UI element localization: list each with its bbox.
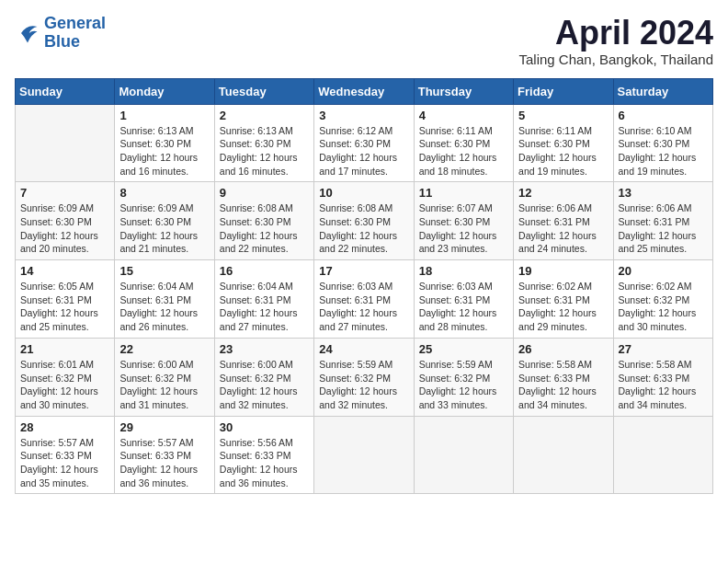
day-info: Sunrise: 5:57 AM Sunset: 6:33 PM Dayligh… (119, 436, 209, 490)
day-number: 3 (319, 109, 408, 122)
calendar-day-cell: 10Sunrise: 6:08 AM Sunset: 6:30 PM Dayli… (314, 182, 414, 260)
calendar-day-cell: 21Sunrise: 6:01 AM Sunset: 6:32 PM Dayli… (16, 338, 115, 416)
day-number: 27 (619, 342, 708, 356)
weekday-header-cell: Saturday (613, 78, 712, 104)
calendar-day-cell: 7Sunrise: 6:09 AM Sunset: 6:30 PM Daylig… (16, 182, 115, 260)
logo: GeneralBlue (15, 15, 106, 52)
calendar-day-cell: 9Sunrise: 6:08 AM Sunset: 6:30 PM Daylig… (214, 182, 313, 260)
day-info: Sunrise: 5:56 AM Sunset: 6:33 PM Dayligh… (220, 436, 309, 490)
calendar-day-cell: 1Sunrise: 6:13 AM Sunset: 6:30 PM Daylig… (115, 104, 214, 182)
day-info: Sunrise: 5:59 AM Sunset: 6:32 PM Dayligh… (319, 358, 408, 412)
calendar-week-row: 21Sunrise: 6:01 AM Sunset: 6:32 PM Dayli… (16, 338, 713, 416)
month-title: April 2024 (518, 15, 713, 52)
calendar-day-cell: 5Sunrise: 6:11 AM Sunset: 6:30 PM Daylig… (514, 104, 613, 182)
calendar-day-cell: 8Sunrise: 6:09 AM Sunset: 6:30 PM Daylig… (115, 182, 214, 260)
logo-icon (15, 20, 40, 46)
day-info: Sunrise: 6:04 AM Sunset: 6:31 PM Dayligh… (119, 280, 209, 334)
day-info: Sunrise: 6:11 AM Sunset: 6:30 PM Dayligh… (518, 124, 608, 178)
day-number: 16 (220, 264, 309, 278)
calendar-day-cell (613, 416, 712, 494)
day-number: 20 (619, 264, 708, 278)
day-info: Sunrise: 6:11 AM Sunset: 6:30 PM Dayligh… (419, 124, 508, 178)
calendar-week-row: 7Sunrise: 6:09 AM Sunset: 6:30 PM Daylig… (16, 182, 713, 260)
day-number: 29 (119, 420, 209, 434)
calendar-day-cell: 17Sunrise: 6:03 AM Sunset: 6:31 PM Dayli… (314, 260, 414, 339)
calendar-day-cell: 18Sunrise: 6:03 AM Sunset: 6:31 PM Dayli… (414, 260, 513, 339)
day-info: Sunrise: 5:58 AM Sunset: 6:33 PM Dayligh… (518, 358, 608, 412)
calendar-day-cell: 3Sunrise: 6:12 AM Sunset: 6:30 PM Daylig… (314, 104, 414, 182)
location: Taling Chan, Bangkok, Thailand (518, 52, 713, 67)
day-info: Sunrise: 6:06 AM Sunset: 6:31 PM Dayligh… (518, 201, 608, 256)
day-number: 18 (419, 264, 508, 278)
day-number: 26 (518, 342, 608, 356)
day-number: 13 (619, 186, 708, 200)
calendar-day-cell: 28Sunrise: 5:57 AM Sunset: 6:33 PM Dayli… (16, 416, 115, 494)
title-block: April 2024 Taling Chan, Bangkok, Thailan… (518, 15, 713, 67)
day-number: 6 (619, 109, 708, 122)
day-number: 12 (518, 186, 608, 200)
day-number: 21 (20, 342, 109, 356)
day-info: Sunrise: 6:00 AM Sunset: 6:32 PM Dayligh… (119, 358, 209, 412)
calendar-day-cell: 25Sunrise: 5:59 AM Sunset: 6:32 PM Dayli… (414, 338, 513, 416)
calendar-body: 1Sunrise: 6:13 AM Sunset: 6:30 PM Daylig… (16, 104, 713, 494)
day-info: Sunrise: 5:58 AM Sunset: 6:33 PM Dayligh… (619, 358, 708, 412)
calendar-day-cell: 24Sunrise: 5:59 AM Sunset: 6:32 PM Dayli… (314, 338, 414, 416)
day-number: 15 (119, 264, 209, 278)
day-info: Sunrise: 6:01 AM Sunset: 6:32 PM Dayligh… (20, 358, 109, 412)
day-number: 2 (220, 109, 309, 122)
calendar-day-cell: 30Sunrise: 5:56 AM Sunset: 6:33 PM Dayli… (214, 416, 313, 494)
day-info: Sunrise: 6:10 AM Sunset: 6:30 PM Dayligh… (619, 124, 708, 178)
calendar-day-cell (16, 104, 115, 182)
day-number: 25 (419, 342, 508, 356)
calendar-day-cell: 20Sunrise: 6:02 AM Sunset: 6:32 PM Dayli… (613, 260, 712, 339)
logo-text: GeneralBlue (44, 15, 106, 52)
weekday-header-cell: Tuesday (214, 78, 313, 104)
day-number: 23 (220, 342, 309, 356)
day-info: Sunrise: 6:09 AM Sunset: 6:30 PM Dayligh… (119, 201, 209, 256)
day-info: Sunrise: 6:04 AM Sunset: 6:31 PM Dayligh… (220, 280, 309, 334)
day-info: Sunrise: 5:57 AM Sunset: 6:33 PM Dayligh… (20, 436, 109, 490)
calendar-week-row: 14Sunrise: 6:05 AM Sunset: 6:31 PM Dayli… (16, 260, 713, 339)
calendar-week-row: 28Sunrise: 5:57 AM Sunset: 6:33 PM Dayli… (16, 416, 713, 494)
day-info: Sunrise: 6:03 AM Sunset: 6:31 PM Dayligh… (419, 280, 508, 334)
calendar-day-cell (414, 416, 513, 494)
weekday-header-cell: Thursday (414, 78, 513, 104)
day-number: 17 (319, 264, 408, 278)
calendar-day-cell: 23Sunrise: 6:00 AM Sunset: 6:32 PM Dayli… (214, 338, 313, 416)
calendar-day-cell: 15Sunrise: 6:04 AM Sunset: 6:31 PM Dayli… (115, 260, 214, 339)
calendar-day-cell (314, 416, 414, 494)
day-number: 14 (20, 264, 109, 278)
day-number: 30 (220, 420, 309, 434)
day-number: 7 (20, 186, 109, 200)
day-number: 11 (419, 186, 508, 200)
day-info: Sunrise: 6:03 AM Sunset: 6:31 PM Dayligh… (319, 280, 408, 334)
day-info: Sunrise: 6:07 AM Sunset: 6:30 PM Dayligh… (419, 201, 508, 256)
day-info: Sunrise: 6:08 AM Sunset: 6:30 PM Dayligh… (220, 201, 309, 256)
calendar-day-cell: 29Sunrise: 5:57 AM Sunset: 6:33 PM Dayli… (115, 416, 214, 494)
day-number: 24 (319, 342, 408, 356)
calendar-day-cell: 19Sunrise: 6:02 AM Sunset: 6:31 PM Dayli… (514, 260, 613, 339)
day-info: Sunrise: 6:05 AM Sunset: 6:31 PM Dayligh… (20, 280, 109, 334)
day-number: 5 (518, 109, 608, 122)
calendar-day-cell: 16Sunrise: 6:04 AM Sunset: 6:31 PM Dayli… (214, 260, 313, 339)
day-info: Sunrise: 6:13 AM Sunset: 6:30 PM Dayligh… (220, 124, 309, 178)
day-info: Sunrise: 6:00 AM Sunset: 6:32 PM Dayligh… (220, 358, 309, 412)
day-info: Sunrise: 6:02 AM Sunset: 6:31 PM Dayligh… (518, 280, 608, 334)
calendar-day-cell: 22Sunrise: 6:00 AM Sunset: 6:32 PM Dayli… (115, 338, 214, 416)
page-header: GeneralBlue April 2024 Taling Chan, Bang… (15, 15, 713, 67)
day-info: Sunrise: 6:08 AM Sunset: 6:30 PM Dayligh… (319, 201, 408, 256)
calendar-day-cell: 13Sunrise: 6:06 AM Sunset: 6:31 PM Dayli… (613, 182, 712, 260)
day-number: 4 (419, 109, 508, 122)
calendar-day-cell: 2Sunrise: 6:13 AM Sunset: 6:30 PM Daylig… (214, 104, 313, 182)
weekday-header-cell: Wednesday (314, 78, 414, 104)
day-info: Sunrise: 6:09 AM Sunset: 6:30 PM Dayligh… (20, 201, 109, 256)
day-info: Sunrise: 6:13 AM Sunset: 6:30 PM Dayligh… (119, 124, 209, 178)
day-number: 9 (220, 186, 309, 200)
calendar-week-row: 1Sunrise: 6:13 AM Sunset: 6:30 PM Daylig… (16, 104, 713, 182)
day-info: Sunrise: 5:59 AM Sunset: 6:32 PM Dayligh… (419, 358, 508, 412)
day-info: Sunrise: 6:06 AM Sunset: 6:31 PM Dayligh… (619, 201, 708, 256)
weekday-header-cell: Sunday (16, 78, 115, 104)
day-number: 28 (20, 420, 109, 434)
weekday-header-cell: Monday (115, 78, 214, 104)
calendar-day-cell: 14Sunrise: 6:05 AM Sunset: 6:31 PM Dayli… (16, 260, 115, 339)
